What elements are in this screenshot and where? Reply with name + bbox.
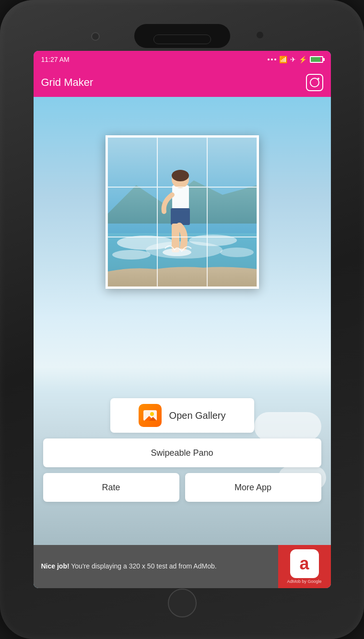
open-gallery-label: Open Gallery (169, 410, 226, 421)
grid-cell-5 (157, 187, 207, 237)
admob-text-area: Nice job! You're displaying a 320 x 50 t… (34, 556, 278, 577)
bottom-row: Rate More App (43, 473, 321, 502)
grid-image-wrapper (106, 135, 259, 289)
status-icons: 📶 ✈ ⚡ (268, 56, 323, 63)
signal-icon (268, 59, 276, 60)
phone-device: 11:27 AM 📶 ✈ ⚡ Grid Maker (0, 0, 364, 639)
grid-cell-9 (207, 237, 257, 287)
speaker (153, 35, 211, 44)
lightning-icon: ⚡ (299, 56, 307, 63)
grid-cell-7 (107, 237, 157, 287)
rate-label: Rate (102, 483, 120, 493)
main-content: Open Gallery Swipeable Pano Rate More Ap… (34, 97, 331, 588)
grid-cell-6 (207, 187, 257, 237)
admob-description: You're displaying a 320 x 50 test ad fro… (70, 562, 217, 570)
admob-letter: a (299, 554, 309, 574)
wifi-icon: 📶 (279, 56, 287, 63)
camera (91, 32, 100, 41)
phone-screen: 11:27 AM 📶 ✈ ⚡ Grid Maker (34, 51, 331, 588)
admob-banner[interactable]: Nice job! You're displaying a 320 x 50 t… (34, 545, 331, 588)
airplane-icon: ✈ (290, 56, 296, 63)
status-time: 11:27 AM (41, 56, 70, 63)
gallery-icon-box (139, 404, 162, 427)
grid-cell-2 (157, 137, 207, 187)
grid-lines (107, 137, 257, 287)
grid-cell-8 (157, 237, 207, 287)
status-bar: 11:27 AM 📶 ✈ ⚡ (34, 51, 331, 68)
swipeable-pano-button[interactable]: Swipeable Pano (43, 438, 321, 467)
grid-cell-1 (107, 137, 157, 187)
more-app-button[interactable]: More App (185, 473, 321, 502)
buttons-area: Open Gallery Swipeable Pano Rate More Ap… (34, 398, 331, 502)
swipeable-pano-label: Swipeable Pano (151, 448, 213, 458)
more-app-label: More App (235, 483, 271, 493)
photo-mountain-2 (149, 417, 157, 421)
front-camera (257, 32, 263, 38)
open-gallery-button[interactable]: Open Gallery (110, 398, 254, 433)
photo-icon (143, 410, 157, 421)
app-bar: Grid Maker (34, 68, 331, 97)
admob-logo: a AdMob by Google (278, 545, 331, 588)
grid-cell-4 (107, 187, 157, 237)
admob-text: Nice job! You're displaying a 320 x 50 t… (41, 562, 217, 570)
admob-bold-text: Nice job! (41, 562, 70, 570)
app-title: Grid Maker (41, 76, 94, 89)
grid-image (107, 137, 257, 287)
grid-cell-3 (207, 137, 257, 187)
home-button[interactable] (168, 589, 197, 617)
instagram-icon[interactable] (306, 74, 323, 91)
battery-icon (310, 56, 323, 63)
rate-button[interactable]: Rate (43, 473, 179, 502)
admob-by-google-text: AdMob by Google (287, 579, 321, 584)
admob-a-icon: a (290, 549, 319, 578)
